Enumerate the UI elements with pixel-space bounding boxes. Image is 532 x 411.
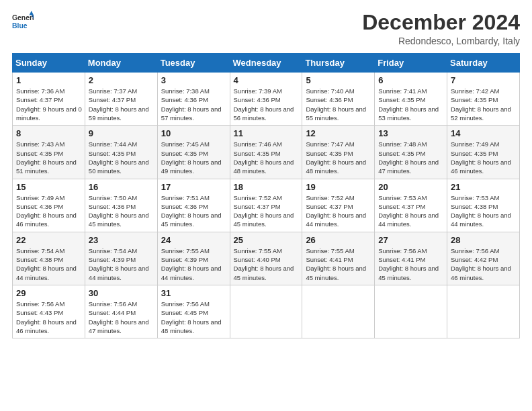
day-number: 2	[89, 75, 154, 85]
day-cell: 13 Sunrise: 7:48 AMSunset: 4:35 PMDaylig…	[375, 126, 447, 179]
week-row-3: 15 Sunrise: 7:49 AMSunset: 4:36 PMDaylig…	[13, 179, 520, 232]
day-cell: 19 Sunrise: 7:52 AMSunset: 4:37 PMDaylig…	[302, 179, 375, 232]
day-info: Sunrise: 7:52 AMSunset: 4:37 PMDaylight:…	[234, 194, 294, 228]
day-info: Sunrise: 7:37 AMSunset: 4:37 PMDaylight:…	[89, 87, 149, 122]
day-cell: 17 Sunrise: 7:51 AMSunset: 4:36 PMDaylig…	[157, 179, 230, 232]
day-cell: 24 Sunrise: 7:55 AMSunset: 4:39 PMDaylig…	[157, 232, 230, 285]
day-number: 20	[378, 182, 444, 192]
day-number: 5	[306, 75, 371, 85]
calendar-title: December 2024	[362, 11, 520, 34]
day-info: Sunrise: 7:53 AMSunset: 4:37 PMDaylight:…	[378, 194, 439, 228]
day-cell: 12 Sunrise: 7:47 AMSunset: 4:35 PMDaylig…	[302, 126, 375, 179]
svg-text:Blue: Blue	[12, 22, 28, 30]
day-cell: 11 Sunrise: 7:46 AMSunset: 4:35 PMDaylig…	[230, 126, 302, 179]
day-number: 13	[378, 128, 444, 138]
day-cell: 30 Sunrise: 7:56 AMSunset: 4:44 PMDaylig…	[85, 285, 157, 338]
day-info: Sunrise: 7:53 AMSunset: 4:38 PMDaylight:…	[451, 194, 511, 228]
day-info: Sunrise: 7:55 AMSunset: 4:41 PMDaylight:…	[306, 247, 366, 281]
day-cell: 9 Sunrise: 7:44 AMSunset: 4:35 PMDayligh…	[85, 126, 157, 179]
day-info: Sunrise: 7:49 AMSunset: 4:36 PMDaylight:…	[16, 194, 77, 228]
day-cell: 6 Sunrise: 7:41 AMSunset: 4:35 PMDayligh…	[375, 73, 447, 126]
day-cell: 25 Sunrise: 7:55 AMSunset: 4:40 PMDaylig…	[230, 232, 302, 285]
day-number: 15	[16, 182, 82, 192]
day-cell: 3 Sunrise: 7:38 AMSunset: 4:36 PMDayligh…	[157, 73, 230, 126]
logo: General Blue	[12, 11, 34, 32]
day-cell: 4 Sunrise: 7:39 AMSunset: 4:36 PMDayligh…	[230, 73, 302, 126]
day-cell: 31 Sunrise: 7:56 AMSunset: 4:45 PMDaylig…	[157, 285, 230, 338]
day-number: 29	[16, 288, 82, 298]
day-info: Sunrise: 7:56 AMSunset: 4:45 PMDaylight:…	[161, 300, 222, 334]
day-info: Sunrise: 7:54 AMSunset: 4:38 PMDaylight:…	[16, 247, 77, 281]
day-number: 1	[16, 75, 82, 85]
day-number: 30	[89, 288, 154, 298]
week-row-5: 29 Sunrise: 7:56 AMSunset: 4:43 PMDaylig…	[13, 285, 520, 338]
day-cell	[447, 285, 520, 338]
day-number: 23	[89, 235, 154, 245]
day-cell: 16 Sunrise: 7:50 AMSunset: 4:36 PMDaylig…	[85, 179, 157, 232]
day-cell: 2 Sunrise: 7:37 AMSunset: 4:37 PMDayligh…	[85, 73, 157, 126]
day-number: 25	[234, 235, 300, 245]
day-info: Sunrise: 7:55 AMSunset: 4:39 PMDaylight:…	[161, 247, 222, 281]
day-number: 10	[161, 128, 227, 138]
day-cell: 28 Sunrise: 7:56 AMSunset: 4:42 PMDaylig…	[447, 232, 520, 285]
day-cell: 7 Sunrise: 7:42 AMSunset: 4:35 PMDayligh…	[447, 73, 520, 126]
day-info: Sunrise: 7:39 AMSunset: 4:36 PMDaylight:…	[234, 87, 294, 122]
day-info: Sunrise: 7:44 AMSunset: 4:35 PMDaylight:…	[89, 140, 149, 175]
day-cell: 21 Sunrise: 7:53 AMSunset: 4:38 PMDaylig…	[447, 179, 520, 232]
day-info: Sunrise: 7:42 AMSunset: 4:35 PMDaylight:…	[451, 87, 511, 122]
day-cell: 20 Sunrise: 7:53 AMSunset: 4:37 PMDaylig…	[375, 179, 447, 232]
day-number: 19	[306, 182, 371, 192]
day-cell: 1 Sunrise: 7:36 AMSunset: 4:37 PMDayligh…	[13, 73, 85, 126]
col-header-saturday: Saturday	[447, 54, 520, 73]
day-info: Sunrise: 7:45 AMSunset: 4:35 PMDaylight:…	[161, 140, 222, 175]
day-info: Sunrise: 7:56 AMSunset: 4:41 PMDaylight:…	[378, 247, 439, 281]
day-cell: 22 Sunrise: 7:54 AMSunset: 4:38 PMDaylig…	[13, 232, 85, 285]
day-info: Sunrise: 7:40 AMSunset: 4:36 PMDaylight:…	[306, 87, 366, 122]
day-cell: 8 Sunrise: 7:43 AMSunset: 4:35 PMDayligh…	[13, 126, 85, 179]
day-info: Sunrise: 7:55 AMSunset: 4:40 PMDaylight:…	[234, 247, 294, 281]
svg-text:General: General	[12, 14, 34, 21]
day-number: 14	[451, 128, 517, 138]
day-info: Sunrise: 7:52 AMSunset: 4:37 PMDaylight:…	[306, 194, 366, 228]
day-cell: 5 Sunrise: 7:40 AMSunset: 4:36 PMDayligh…	[302, 73, 375, 126]
day-number: 26	[306, 235, 371, 245]
day-number: 24	[161, 235, 227, 245]
day-info: Sunrise: 7:48 AMSunset: 4:35 PMDaylight:…	[378, 140, 439, 175]
day-cell: 14 Sunrise: 7:49 AMSunset: 4:35 PMDaylig…	[447, 126, 520, 179]
day-cell	[375, 285, 447, 338]
day-info: Sunrise: 7:56 AMSunset: 4:42 PMDaylight:…	[451, 247, 511, 281]
day-cell: 10 Sunrise: 7:45 AMSunset: 4:35 PMDaylig…	[157, 126, 230, 179]
day-cell: 26 Sunrise: 7:55 AMSunset: 4:41 PMDaylig…	[302, 232, 375, 285]
day-cell: 18 Sunrise: 7:52 AMSunset: 4:37 PMDaylig…	[230, 179, 302, 232]
day-cell: 27 Sunrise: 7:56 AMSunset: 4:41 PMDaylig…	[375, 232, 447, 285]
day-cell: 29 Sunrise: 7:56 AMSunset: 4:43 PMDaylig…	[13, 285, 85, 338]
day-number: 3	[161, 75, 227, 85]
week-row-1: 1 Sunrise: 7:36 AMSunset: 4:37 PMDayligh…	[13, 73, 520, 126]
col-header-thursday: Thursday	[302, 54, 375, 73]
day-number: 28	[451, 235, 517, 245]
col-header-monday: Monday	[85, 54, 157, 73]
day-info: Sunrise: 7:50 AMSunset: 4:36 PMDaylight:…	[89, 194, 149, 228]
day-number: 27	[378, 235, 444, 245]
day-info: Sunrise: 7:56 AMSunset: 4:44 PMDaylight:…	[89, 300, 149, 334]
header: General Blue December 2024 Redondesco, L…	[12, 11, 520, 46]
day-info: Sunrise: 7:36 AMSunset: 4:37 PMDaylight:…	[16, 87, 82, 122]
day-info: Sunrise: 7:49 AMSunset: 4:35 PMDaylight:…	[451, 140, 511, 175]
day-number: 6	[378, 75, 444, 85]
day-number: 12	[306, 128, 371, 138]
day-number: 31	[161, 288, 227, 298]
day-info: Sunrise: 7:47 AMSunset: 4:35 PMDaylight:…	[306, 140, 366, 175]
col-header-friday: Friday	[375, 54, 447, 73]
day-info: Sunrise: 7:41 AMSunset: 4:35 PMDaylight:…	[378, 87, 439, 122]
day-cell: 15 Sunrise: 7:49 AMSunset: 4:36 PMDaylig…	[13, 179, 85, 232]
day-info: Sunrise: 7:43 AMSunset: 4:35 PMDaylight:…	[16, 140, 77, 175]
day-info: Sunrise: 7:56 AMSunset: 4:43 PMDaylight:…	[16, 300, 77, 334]
day-number: 16	[89, 182, 154, 192]
svg-marker-2	[30, 11, 34, 15]
day-info: Sunrise: 7:51 AMSunset: 4:36 PMDaylight:…	[161, 194, 222, 228]
col-header-tuesday: Tuesday	[157, 54, 230, 73]
week-row-4: 22 Sunrise: 7:54 AMSunset: 4:38 PMDaylig…	[13, 232, 520, 285]
day-info: Sunrise: 7:54 AMSunset: 4:39 PMDaylight:…	[89, 247, 149, 281]
day-number: 18	[234, 182, 300, 192]
day-number: 7	[451, 75, 517, 85]
